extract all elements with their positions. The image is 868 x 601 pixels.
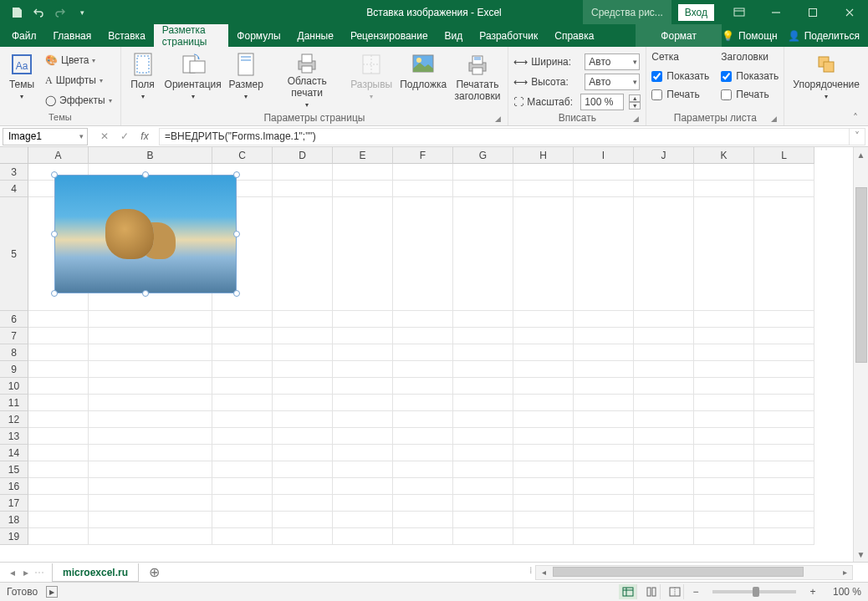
- cell[interactable]: [694, 197, 754, 311]
- size-button[interactable]: Размер▾: [227, 49, 266, 110]
- tab-file[interactable]: Файл: [3, 24, 45, 47]
- cell[interactable]: [393, 344, 453, 361]
- cell[interactable]: [694, 495, 754, 512]
- cell[interactable]: [513, 461, 574, 478]
- cell[interactable]: [754, 311, 814, 328]
- headings-view-checkbox[interactable]: Показать: [721, 68, 779, 84]
- cell[interactable]: [333, 445, 393, 461]
- sign-in-button[interactable]: Вход: [678, 4, 714, 21]
- row-header[interactable]: 5: [0, 197, 28, 311]
- cell[interactable]: [28, 361, 89, 378]
- cell[interactable]: [393, 311, 453, 328]
- row-header[interactable]: 3: [0, 164, 28, 181]
- cell[interactable]: [89, 478, 212, 495]
- collapse-ribbon-icon[interactable]: ˄: [848, 112, 863, 124]
- cell[interactable]: [393, 411, 453, 428]
- cell[interactable]: [574, 361, 634, 378]
- cell[interactable]: [273, 378, 333, 395]
- cell[interactable]: [28, 495, 89, 512]
- row-header[interactable]: 9: [0, 361, 28, 378]
- cell[interactable]: [333, 181, 393, 197]
- cell[interactable]: [212, 328, 273, 344]
- cell[interactable]: [393, 361, 453, 378]
- resize-handle-w[interactable]: [51, 231, 58, 237]
- cell[interactable]: [333, 328, 393, 344]
- cell[interactable]: [28, 512, 89, 528]
- cell[interactable]: [754, 528, 814, 545]
- column-header[interactable]: H: [513, 147, 574, 164]
- cell[interactable]: [754, 328, 814, 344]
- cell[interactable]: [453, 428, 513, 445]
- cell[interactable]: [89, 361, 212, 378]
- cell[interactable]: [393, 512, 453, 528]
- cell[interactable]: [273, 311, 333, 328]
- page-setup-launcher-icon[interactable]: ◢: [493, 115, 503, 125]
- sheet-nav[interactable]: ◂▸⋯: [0, 567, 52, 578]
- cell[interactable]: [634, 344, 694, 361]
- resize-handle-s[interactable]: [142, 290, 149, 297]
- background-button[interactable]: Подложка: [398, 49, 449, 110]
- cell[interactable]: [89, 428, 212, 445]
- cell[interactable]: [89, 344, 212, 361]
- cell[interactable]: [634, 181, 694, 197]
- resize-handle-se[interactable]: [233, 290, 240, 297]
- scale-launcher-icon[interactable]: ◢: [631, 115, 641, 125]
- scroll-right-icon[interactable]: ▸: [837, 568, 852, 577]
- cell[interactable]: [694, 181, 754, 197]
- cell[interactable]: [754, 378, 814, 395]
- cell[interactable]: [513, 411, 574, 428]
- cell[interactable]: [273, 164, 333, 181]
- cell[interactable]: [89, 411, 212, 428]
- cell[interactable]: [694, 344, 754, 361]
- cell[interactable]: [89, 445, 212, 461]
- cell[interactable]: [513, 512, 574, 528]
- cell[interactable]: [28, 411, 89, 428]
- cell[interactable]: [513, 328, 574, 344]
- cell[interactable]: [453, 495, 513, 512]
- cell[interactable]: [694, 428, 754, 445]
- cell[interactable]: [513, 478, 574, 495]
- formula-input[interactable]: =ВНЕДРИТЬ("Forms.Image.1";""): [159, 128, 849, 145]
- row-header[interactable]: 16: [0, 478, 28, 495]
- cell[interactable]: [89, 378, 212, 395]
- tab-вид[interactable]: Вид: [437, 24, 472, 47]
- cell[interactable]: [634, 378, 694, 395]
- zoom-out-button[interactable]: −: [689, 586, 702, 598]
- cell[interactable]: [634, 461, 694, 478]
- cell[interactable]: [694, 445, 754, 461]
- cell[interactable]: [754, 197, 814, 311]
- row-header[interactable]: 18: [0, 512, 28, 528]
- cell[interactable]: [333, 197, 393, 311]
- cell[interactable]: [694, 411, 754, 428]
- cell[interactable]: [574, 344, 634, 361]
- cell[interactable]: [513, 378, 574, 395]
- tab-главная[interactable]: Главная: [45, 24, 100, 47]
- cell[interactable]: [574, 395, 634, 411]
- zoom-slider[interactable]: [712, 590, 796, 593]
- headings-print-checkbox[interactable]: Печать: [721, 86, 779, 103]
- scroll-down-icon[interactable]: ▼: [854, 547, 868, 562]
- row-header[interactable]: 17: [0, 495, 28, 512]
- resize-handle-n[interactable]: [142, 171, 149, 178]
- row-header[interactable]: 14: [0, 445, 28, 461]
- column-header[interactable]: E: [333, 147, 393, 164]
- cell[interactable]: [453, 378, 513, 395]
- scroll-left-icon[interactable]: ◂: [536, 568, 551, 577]
- column-header[interactable]: C: [212, 147, 273, 164]
- cell[interactable]: [273, 411, 333, 428]
- column-header[interactable]: D: [273, 147, 333, 164]
- print-titles-button[interactable]: Печатать заголовки: [452, 49, 503, 110]
- cell[interactable]: [333, 528, 393, 545]
- cell[interactable]: [453, 411, 513, 428]
- cell[interactable]: [634, 495, 694, 512]
- scale-spinner[interactable]: ▲▼: [629, 94, 641, 110]
- tab-данные[interactable]: Данные: [289, 24, 342, 47]
- column-header[interactable]: L: [754, 147, 814, 164]
- cell[interactable]: [453, 328, 513, 344]
- vscroll-thumb[interactable]: [855, 187, 867, 363]
- cell[interactable]: [273, 361, 333, 378]
- cell[interactable]: [513, 428, 574, 445]
- cell[interactable]: [333, 512, 393, 528]
- column-header[interactable]: I: [574, 147, 634, 164]
- cell[interactable]: [273, 495, 333, 512]
